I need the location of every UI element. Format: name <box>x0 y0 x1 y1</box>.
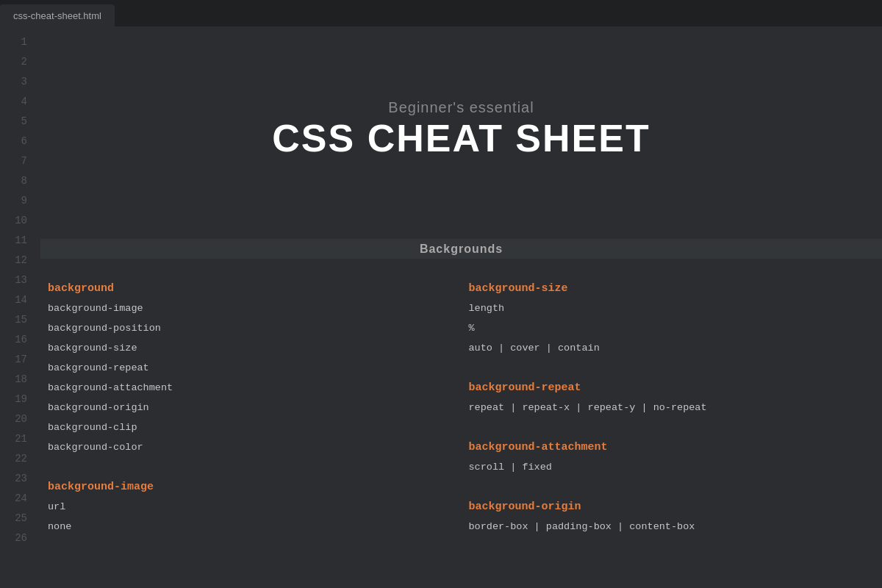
bg-attachment-label: background-attachment <box>469 441 608 453</box>
bg-value-6: background-origin <box>48 402 149 413</box>
right-blank-23 <box>462 477 868 497</box>
bg-origin-val: border-box | padding-box | content-box <box>462 517 868 537</box>
blank-line-8 <box>40 179 882 199</box>
line-num-15: 15 <box>0 310 40 330</box>
blank-line-10 <box>40 219 882 239</box>
bg-size-value-3: auto | cover | contain <box>469 343 600 354</box>
bg-size-val-percent: % <box>462 318 868 338</box>
background-prop-label: background <box>48 282 114 295</box>
tab-label: css-cheat-sheet.html <box>13 10 101 21</box>
bg-value-3: background-size <box>48 343 137 354</box>
main-title: CSS CHEAT SHEET <box>40 118 882 159</box>
blank-line-7 <box>40 159 882 179</box>
bg-size-val-length: length <box>462 298 868 318</box>
blank-line-22 <box>40 457 447 477</box>
title-block: Beginner's essential CSS CHEAT SHEET <box>40 98 882 159</box>
bg-size-val-auto: auto | cover | contain <box>462 338 868 358</box>
subtitle: Beginner's essential <box>40 98 882 118</box>
bg-attachment-val: scroll | fixed <box>462 457 868 477</box>
line-num-2: 2 <box>0 52 40 72</box>
line-num-4: 4 <box>0 92 40 112</box>
bg-val-attachment: background-attachment <box>40 378 447 398</box>
bg-repeat-value-1: repeat | repeat-x | repeat-y | no-repeat <box>469 402 707 413</box>
line-num-16: 16 <box>0 330 40 350</box>
line-num-14: 14 <box>0 290 40 310</box>
bg-val-size: background-size <box>40 338 447 358</box>
background-origin-label-line: background-origin <box>462 497 868 517</box>
line-num-18: 18 <box>0 370 40 390</box>
editor: 1 2 3 4 5 6 7 8 9 10 11 12 13 14 15 16 1… <box>0 26 882 588</box>
blank-line-26 <box>40 537 447 556</box>
bg-val-clip: background-clip <box>40 417 447 437</box>
bg-origin-value-1: border-box | padding-box | content-box <box>469 521 695 532</box>
bg-value-1: background-image <box>48 303 143 314</box>
bg-value-5: background-attachment <box>48 382 173 393</box>
bg-repeat-val: repeat | repeat-x | repeat-y | no-repeat <box>462 398 868 417</box>
blank-line-2 <box>40 52 882 72</box>
bg-val-origin: background-origin <box>40 398 447 417</box>
bg-image-val-url: url <box>40 497 447 517</box>
bg-size-value-2: % <box>469 323 475 334</box>
bg-image-value-1: url <box>48 501 65 512</box>
bg-size-label: background-size <box>469 282 568 295</box>
line-num-20: 20 <box>0 409 40 429</box>
background-repeat-label-line: background-repeat <box>462 378 868 398</box>
line-numbers-gutter: 1 2 3 4 5 6 7 8 9 10 11 12 13 14 15 16 1… <box>0 26 40 588</box>
line-num-5: 5 <box>0 112 40 132</box>
blank-line-9 <box>40 199 882 219</box>
line-num-25: 25 <box>0 509 40 528</box>
line-num-8: 8 <box>0 171 40 191</box>
bg-size-value-1: length <box>469 303 505 314</box>
line-num-10: 10 <box>0 211 40 231</box>
line-num-7: 7 <box>0 151 40 171</box>
bg-value-8: background-color <box>48 442 143 453</box>
line-num-9: 9 <box>0 191 40 211</box>
bg-val-position: background-position <box>40 318 447 338</box>
line-num-19: 19 <box>0 390 40 409</box>
bg-value-4: background-repeat <box>48 362 149 373</box>
line-num-6: 6 <box>0 132 40 151</box>
bg-image-value-2: none <box>48 521 71 532</box>
blank-line-3 <box>40 72 882 92</box>
bg-origin-label: background-origin <box>469 501 581 513</box>
section-header-backgrounds: Backgrounds <box>40 239 882 259</box>
line-num-23: 23 <box>0 469 40 489</box>
line-num-1: 1 <box>0 32 40 52</box>
bg-value-7: background-clip <box>48 422 137 433</box>
bg-image-val-none: none <box>40 517 447 537</box>
background-shorthand-label: background <box>40 279 447 298</box>
line-num-12: 12 <box>0 251 40 270</box>
two-column-content: background background-image background-p… <box>40 279 882 556</box>
background-attachment-label-line: background-attachment <box>462 437 868 457</box>
tab-bar: css-cheat-sheet.html <box>0 0 882 26</box>
bg-image-label: background-image <box>48 481 154 493</box>
bg-value-2: background-position <box>48 323 161 334</box>
right-blank-17 <box>462 358 868 378</box>
line-num-17: 17 <box>0 350 40 370</box>
line-num-13: 13 <box>0 270 40 290</box>
right-blank-26 <box>462 537 868 556</box>
bg-val-image: background-image <box>40 298 447 318</box>
line-num-11: 11 <box>0 231 40 251</box>
background-image-label: background-image <box>40 477 447 497</box>
main-content: Beginner's essential CSS CHEAT SHEET Bac… <box>40 26 882 588</box>
line-num-22: 22 <box>0 449 40 469</box>
line-num-21: 21 <box>0 429 40 449</box>
background-size-label-line: background-size <box>462 279 868 298</box>
blank-line-1 <box>40 32 882 52</box>
right-column: background-size length % auto | cover | … <box>462 279 883 556</box>
line-num-3: 3 <box>0 72 40 92</box>
left-column: background background-image background-p… <box>40 279 462 556</box>
active-tab[interactable]: css-cheat-sheet.html <box>0 4 115 26</box>
bg-val-color: background-color <box>40 437 447 457</box>
section-title: Backgrounds <box>420 243 503 256</box>
bg-repeat-label: background-repeat <box>469 381 581 394</box>
right-blank-20 <box>462 417 868 437</box>
line-num-26: 26 <box>0 528 40 548</box>
bg-attachment-value-1: scroll | fixed <box>469 462 552 473</box>
line-num-24: 24 <box>0 489 40 509</box>
bg-val-repeat: background-repeat <box>40 358 447 378</box>
blank-line-12 <box>40 259 882 279</box>
